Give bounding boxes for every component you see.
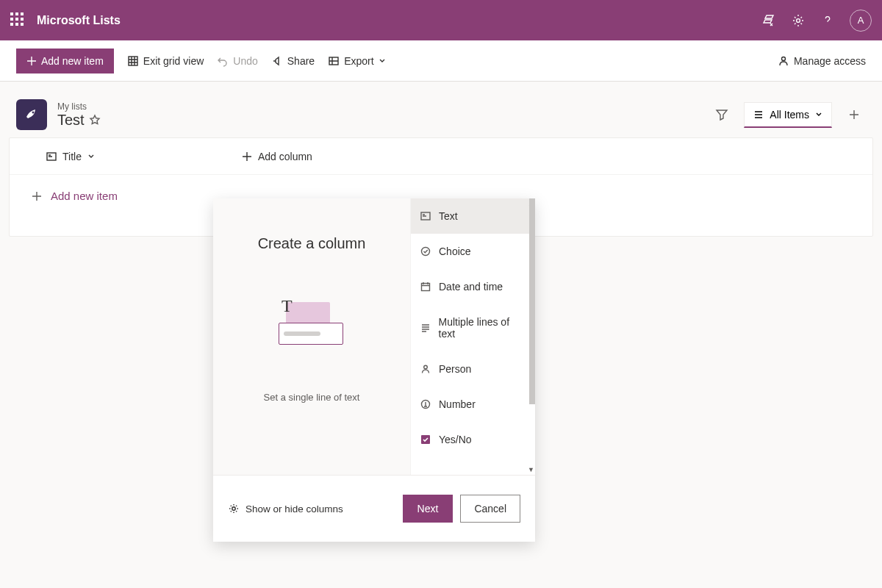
filter-button[interactable] — [710, 103, 734, 126]
list-name: Test — [57, 112, 101, 129]
chevron-down-icon — [815, 111, 822, 118]
app-launcher-icon[interactable] — [10, 12, 26, 29]
column-type-list[interactable]: ▲ TextChoiceDate and timeMultiple lines … — [410, 198, 535, 475]
column-header-row: Title Add column — [10, 138, 872, 175]
svg-point-4 — [32, 112, 35, 114]
column-type-date-and-time[interactable]: Date and time — [411, 269, 535, 304]
column-type-person[interactable]: Person — [411, 351, 535, 387]
column-type-text[interactable]: Text — [411, 198, 535, 234]
column-type-label: Choice — [439, 245, 471, 257]
favorite-star-icon[interactable] — [89, 114, 101, 126]
list-header: My lists Test All Items — [0, 82, 882, 137]
breadcrumb[interactable]: My lists — [57, 101, 101, 112]
column-type-label: Person — [439, 363, 471, 375]
svg-point-12 — [232, 507, 235, 510]
svg-rect-1 — [129, 57, 137, 65]
flyout-preview-pane: Create a column T Set a single line of t… — [213, 198, 410, 475]
lines-icon — [420, 322, 431, 334]
svg-point-0 — [797, 18, 800, 22]
app-bar: Microsoft Lists A — [0, 0, 882, 40]
cancel-button[interactable]: Cancel — [460, 495, 520, 523]
svg-rect-8 — [422, 284, 430, 291]
app-name: Microsoft Lists — [37, 14, 121, 27]
column-type-label: Text — [439, 210, 458, 222]
account-avatar[interactable]: A — [850, 10, 872, 32]
column-type-number[interactable]: Number — [411, 387, 535, 422]
export-button[interactable]: Export — [328, 55, 385, 67]
chevron-down-icon — [87, 153, 95, 160]
scrollbar[interactable] — [529, 198, 535, 404]
chevron-down-icon — [379, 57, 386, 65]
share-button[interactable]: Share — [271, 55, 315, 67]
column-type-choice[interactable]: Choice — [411, 234, 535, 269]
view-selector[interactable]: All Items — [744, 102, 832, 128]
num-icon — [420, 398, 431, 410]
column-type-label: Multiple lines of text — [439, 316, 526, 340]
scroll-down-icon[interactable]: ▼ — [528, 466, 534, 473]
flyout-heading: Create a column — [258, 235, 366, 252]
add-view-button[interactable] — [842, 103, 866, 126]
column-type-multiple-lines-of-text[interactable]: Multiple lines of text — [411, 304, 535, 351]
column-type-yes-no[interactable]: Yes/No — [411, 422, 535, 457]
svg-point-7 — [422, 248, 430, 256]
flyout-description: Set a single line of text — [264, 392, 360, 403]
help-icon[interactable] — [820, 13, 835, 28]
column-type-label: Number — [439, 398, 476, 410]
add-new-item-label: Add new item — [41, 55, 104, 67]
command-bar: Add new item Exit grid view Undo Share E… — [0, 40, 882, 82]
next-button[interactable]: Next — [403, 495, 453, 523]
add-column-button[interactable]: Add column — [242, 151, 312, 162]
lists-home-icon[interactable] — [761, 13, 776, 28]
check-icon — [420, 245, 431, 257]
person-icon — [420, 363, 431, 375]
settings-icon[interactable] — [791, 13, 806, 28]
exit-grid-view-button[interactable]: Exit grid view — [127, 55, 204, 67]
abc-icon — [420, 210, 431, 222]
yn-icon — [420, 434, 431, 445]
column-type-illustration: T — [279, 296, 345, 348]
list-tile-icon — [16, 99, 47, 130]
column-type-label: Yes/No — [439, 434, 472, 445]
create-column-flyout: Create a column T Set a single line of t… — [213, 198, 535, 542]
cal-icon — [420, 281, 431, 293]
manage-access-button[interactable]: Manage access — [778, 55, 866, 67]
column-header-title[interactable]: Title — [46, 151, 95, 162]
add-new-item-button[interactable]: Add new item — [16, 49, 114, 74]
column-type-label: Date and time — [439, 281, 503, 293]
undo-button[interactable]: Undo — [217, 55, 257, 67]
svg-point-3 — [781, 57, 785, 60]
svg-point-9 — [424, 365, 428, 369]
avatar-initial: A — [858, 15, 864, 26]
show-hide-columns-button[interactable]: Show or hide columns — [228, 503, 343, 514]
